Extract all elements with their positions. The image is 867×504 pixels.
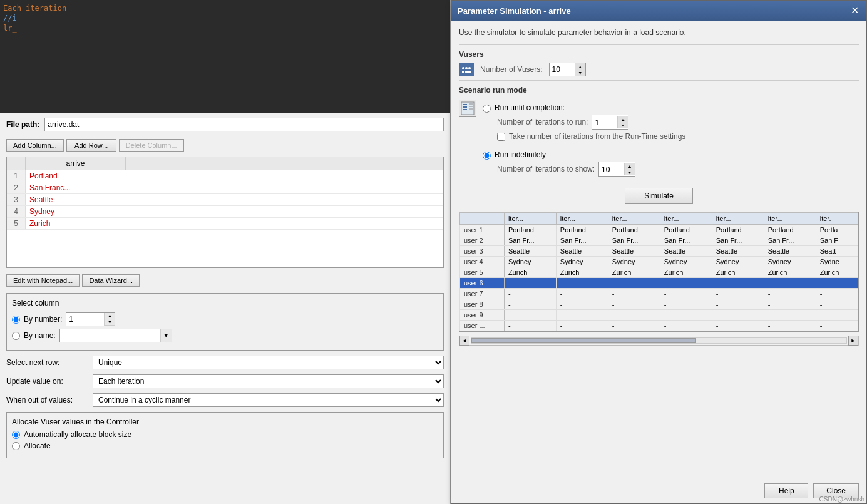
results-row-cell: Zurich — [816, 267, 858, 278]
results-table-row[interactable]: user 1PortlandPortlandPortlandPortlandPo… — [460, 225, 858, 235]
by-number-spinner-buttons: ▲ ▼ — [104, 313, 115, 326]
col-header-iter2: iter... — [556, 213, 608, 225]
by-name-dropdown-arrow[interactable]: ▼ — [160, 329, 172, 342]
results-row-cell: Sydney — [608, 257, 660, 267]
when-out-dropdown[interactable]: Continue in a cyclic manner — [93, 393, 444, 407]
by-number-up-button[interactable]: ▲ — [105, 313, 115, 319]
scroll-left-button[interactable]: ◄ — [459, 336, 469, 346]
file-path-input[interactable] — [44, 118, 444, 131]
by-name-row: By name: ▼ — [12, 329, 438, 342]
when-out-label: When out of values: — [6, 396, 88, 404]
table-row[interactable]: 3 Seattle — [7, 194, 443, 206]
add-row-button[interactable]: Add Row... — [66, 139, 116, 152]
results-table-row[interactable]: user 8------- — [460, 299, 858, 310]
vusers-section-label: Vusers — [459, 50, 859, 59]
svg-rect-10 — [463, 109, 467, 110]
num-show-down-button[interactable]: ▼ — [625, 169, 635, 175]
results-row-cell: Zurich — [556, 267, 608, 278]
run-until-completion-radio[interactable] — [483, 105, 491, 113]
scenario-icon — [459, 100, 476, 117]
results-row-cell: Seattle — [712, 246, 764, 257]
action-buttons-row: Edit with Notepad... Data Wizard... — [0, 270, 450, 291]
by-name-input[interactable] — [60, 329, 160, 342]
results-row-cell: - — [504, 278, 556, 289]
results-row-cell: - — [608, 299, 660, 310]
num-show-spinner[interactable]: ▲ ▼ — [598, 162, 635, 177]
num-show-up-button[interactable]: ▲ — [625, 163, 635, 169]
dialog-description: Use the simulator to simulate parameter … — [459, 28, 859, 37]
num-iterations-down-button[interactable]: ▼ — [618, 122, 628, 128]
num-vusers-up-button[interactable]: ▲ — [575, 63, 585, 69]
num-vusers-input[interactable] — [550, 63, 575, 76]
by-number-input[interactable] — [66, 314, 104, 325]
results-table-row[interactable]: user ...------- — [460, 321, 858, 331]
table-row[interactable]: 4 Sydney — [7, 206, 443, 218]
by-number-radio[interactable] — [12, 316, 20, 324]
table-row[interactable]: 5 Zurich — [7, 218, 443, 230]
results-row-cell: - — [712, 289, 764, 299]
row-num-5: 5 — [7, 218, 26, 229]
svg-rect-4 — [462, 71, 464, 73]
results-row-cell: Sydney — [660, 257, 712, 267]
col-header-iter5: iter... — [712, 213, 764, 225]
row-num-2: 2 — [7, 182, 26, 193]
results-table-row[interactable]: user 5ZurichZurichZurichZurichZurichZuri… — [460, 267, 858, 278]
run-indefinitely-radio[interactable] — [483, 152, 491, 160]
by-name-dropdown[interactable]: ▼ — [59, 329, 172, 342]
delete-column-button[interactable]: Delete Column... — [119, 139, 184, 152]
scenario-options: Run until completion: Number of iteratio… — [483, 100, 859, 180]
table-header-arrive: arrive — [26, 157, 126, 170]
results-table-row[interactable]: user 6------- — [460, 278, 858, 289]
num-iterations-input[interactable] — [592, 116, 617, 129]
scroll-track[interactable] — [471, 337, 847, 344]
results-table-row[interactable]: user 4SydneySydneySydneySydneySydneySydn… — [460, 257, 858, 267]
results-table-row[interactable]: user 7------- — [460, 289, 858, 299]
svg-rect-8 — [463, 104, 467, 105]
by-number-down-button[interactable]: ▼ — [105, 319, 115, 326]
results-row-label: user 5 — [460, 267, 505, 278]
results-table-header-row: iter... iter... iter... iter... iter... … — [460, 213, 858, 225]
results-row-cell: Sydney — [712, 257, 764, 267]
update-value-on-dropdown[interactable]: Each iteration — [93, 374, 444, 388]
results-row-cell: - — [504, 310, 556, 321]
results-row-cell: - — [712, 321, 764, 331]
update-value-on-label: Update value on: — [6, 377, 88, 386]
scroll-right-button[interactable]: ► — [848, 336, 858, 346]
scroll-thumb[interactable] — [471, 338, 696, 343]
results-row-cell: - — [504, 289, 556, 299]
results-row-label: user 7 — [460, 289, 505, 299]
auto-alloc-radio[interactable] — [12, 431, 20, 439]
results-row-cell: - — [608, 321, 660, 331]
data-wizard-button[interactable]: Data Wizard... — [82, 274, 140, 287]
left-panel: Each iteration //i lr_ File path: Add Co… — [0, 0, 451, 504]
num-vusers-spinner-buttons: ▲ ▼ — [575, 63, 585, 76]
select-next-row-dropdown[interactable]: Unique — [93, 356, 444, 369]
take-from-runtime-checkbox[interactable] — [497, 133, 505, 141]
num-iterations-run-label: Number of iterations to run: — [497, 118, 588, 126]
num-vusers-spinner[interactable]: ▲ ▼ — [549, 63, 586, 76]
dialog-close-button[interactable]: ✕ — [849, 6, 860, 16]
num-iterations-up-button[interactable]: ▲ — [618, 116, 628, 122]
table-row[interactable]: 2 San Franc... — [7, 182, 443, 194]
row-num-1: 1 — [7, 170, 26, 182]
auto-alloc-label: Automatically allocate block size — [24, 430, 131, 439]
results-table-row[interactable]: user 2San Fr...San Fr...San Fr...San Fr.… — [460, 235, 858, 246]
update-value-on-row: Update value on: Each iteration — [0, 372, 450, 391]
row-val-5: Zurich — [26, 218, 107, 229]
simulate-button[interactable]: Simulate — [625, 188, 693, 204]
by-number-spinner[interactable]: ▲ ▼ — [66, 312, 115, 326]
edit-notepad-button[interactable]: Edit with Notepad... — [6, 274, 80, 287]
horizontal-scrollbar[interactable]: ◄ ► — [459, 336, 859, 346]
num-show-input[interactable] — [599, 163, 624, 176]
results-row-label: user 2 — [460, 235, 505, 246]
help-button[interactable]: Help — [764, 483, 808, 498]
add-column-button[interactable]: Add Column... — [6, 139, 64, 152]
results-table-row[interactable]: user 3SeattleSeattleSeattleSeattleSeattl… — [460, 246, 858, 257]
table-row[interactable]: 1 Portland — [7, 170, 443, 182]
alloc-radio[interactable] — [12, 442, 20, 450]
by-name-radio[interactable] — [12, 332, 20, 340]
num-vusers-down-button[interactable]: ▼ — [575, 69, 585, 76]
num-iterations-spinner[interactable]: ▲ ▼ — [592, 115, 628, 130]
results-table-row[interactable]: user 9------- — [460, 310, 858, 321]
code-line-3: lr_ — [3, 23, 447, 33]
